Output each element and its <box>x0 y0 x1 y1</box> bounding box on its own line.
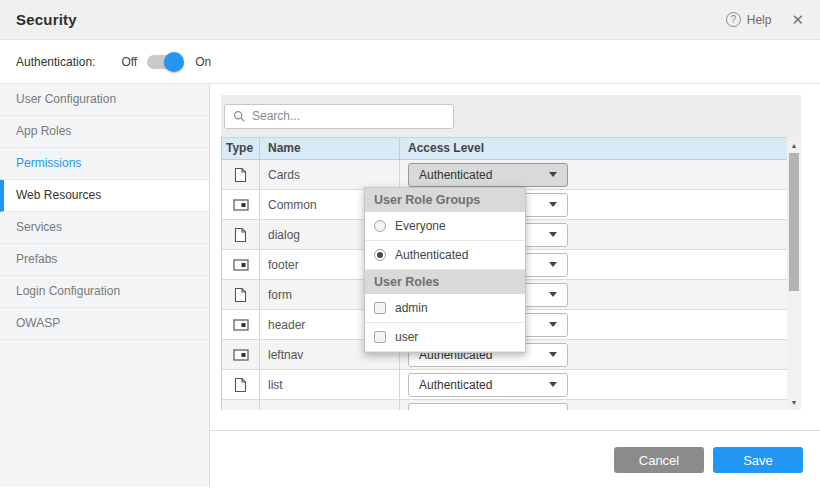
option-label: user <box>395 330 418 344</box>
option-label: admin <box>395 301 428 315</box>
chevron-down-icon <box>549 202 557 207</box>
page-title: Security <box>16 11 77 28</box>
sidebar-item-web-resources[interactable]: Web Resources <box>0 180 209 212</box>
vertical-scrollbar[interactable]: ▲ ▼ <box>787 137 801 410</box>
chevron-down-icon <box>549 322 557 327</box>
close-icon[interactable]: ✕ <box>791 12 804 27</box>
column-header-name: Name <box>260 138 400 159</box>
resource-name <box>260 400 400 410</box>
user-role-groups-header: User Role Groups <box>365 188 525 212</box>
column-header-access-level: Access Level <box>400 138 787 159</box>
partial-page-icon <box>233 319 249 331</box>
access-level-select[interactable] <box>408 403 568 411</box>
sidebar: User Configuration App Roles Permissions… <box>0 84 210 487</box>
cancel-button[interactable]: Cancel <box>614 447 704 473</box>
table-row: Cards Authenticated <box>222 160 787 190</box>
access-level-select[interactable]: Authenticated <box>408 163 568 187</box>
magnifier-icon <box>233 110 246 123</box>
chevron-down-icon <box>549 262 557 267</box>
checkbox-icon <box>374 331 386 343</box>
sidebar-item-services[interactable]: Services <box>0 212 209 244</box>
sidebar-item-login-configuration[interactable]: Login Configuration <box>0 276 209 308</box>
page-icon <box>234 227 247 243</box>
sidebar-item-label: App Roles <box>16 124 71 138</box>
chevron-down-icon <box>549 172 557 177</box>
option-label: Everyone <box>395 219 446 233</box>
search-toolbar <box>221 95 801 137</box>
sidebar-item-app-roles[interactable]: App Roles <box>0 116 209 148</box>
role-options: admin user <box>365 294 525 352</box>
scroll-down-button[interactable]: ▼ <box>787 395 801 409</box>
toggle-off-label: Off <box>121 55 137 69</box>
access-level-value: Authenticated <box>419 168 492 182</box>
authentication-bar: Authentication: Off On <box>0 40 820 84</box>
partial-page-icon <box>233 349 249 361</box>
access-level-dropdown-popup: User Role Groups Everyone Authenticated … <box>364 187 526 353</box>
sidebar-item-label: Web Resources <box>16 188 101 202</box>
chevron-down-icon <box>549 352 557 357</box>
footer-buttons: Cancel Save <box>614 447 803 473</box>
footer-divider <box>210 430 820 431</box>
access-level-select[interactable]: Authenticated <box>408 373 568 397</box>
sidebar-item-label: User Configuration <box>16 92 116 106</box>
sidebar-item-label: Prefabs <box>16 252 57 266</box>
save-button[interactable]: Save <box>713 447 803 473</box>
help-label: Help <box>747 13 772 27</box>
resource-name: list <box>260 370 400 399</box>
radio-icon <box>374 249 386 261</box>
chevron-down-icon <box>549 232 557 237</box>
partial-page-icon <box>233 199 249 211</box>
page-icon <box>234 167 247 183</box>
option-label: Authenticated <box>395 248 468 262</box>
user-role-option[interactable]: admin <box>365 294 525 323</box>
page-body: User Configuration App Roles Permissions… <box>0 84 820 487</box>
content-panel: Type Name Access Level Cards Authenticat… <box>221 95 801 410</box>
role-group-option[interactable]: Authenticated <box>365 241 525 270</box>
access-level-value: Authenticated <box>419 378 492 392</box>
question-circle-icon: ? <box>726 12 741 27</box>
title-bar: Security ? Help ✕ <box>0 0 820 40</box>
help-button[interactable]: ? Help <box>726 12 772 27</box>
resource-name: Cards <box>260 160 400 189</box>
search-input[interactable] <box>252 109 445 123</box>
table-row: list Authenticated <box>222 370 787 400</box>
user-role-option[interactable]: user <box>365 323 525 352</box>
page-icon <box>234 377 247 393</box>
toggle-on-label: On <box>195 55 211 69</box>
role-group-option[interactable]: Everyone <box>365 212 525 241</box>
partial-page-icon <box>233 259 249 271</box>
sidebar-item-label: Login Configuration <box>16 284 120 298</box>
sidebar-item-user-configuration[interactable]: User Configuration <box>0 84 209 116</box>
scrollbar-thumb[interactable] <box>789 153 799 291</box>
toggle-knob <box>164 52 184 72</box>
scroll-up-button[interactable]: ▲ <box>787 138 801 152</box>
group-options: Everyone Authenticated <box>365 212 525 270</box>
sidebar-item-owasp[interactable]: OWASP <box>0 308 209 340</box>
column-header-type: Type <box>222 138 260 159</box>
sidebar-item-label: OWASP <box>16 316 60 330</box>
sidebar-item-label: Services <box>16 220 62 234</box>
checkbox-icon <box>374 302 386 314</box>
sidebar-item-prefabs[interactable]: Prefabs <box>0 244 209 276</box>
main-content: Type Name Access Level Cards Authenticat… <box>210 84 820 487</box>
chevron-down-icon <box>549 292 557 297</box>
user-roles-header: User Roles <box>365 270 525 294</box>
sidebar-item-permissions[interactable]: Permissions <box>0 148 209 180</box>
page-icon <box>234 287 247 303</box>
authentication-toggle[interactable] <box>147 55 181 69</box>
authentication-label: Authentication: <box>16 55 95 69</box>
search-box[interactable] <box>224 104 454 129</box>
radio-icon <box>374 220 386 232</box>
table-header-row: Type Name Access Level <box>222 137 787 160</box>
table-row <box>222 400 787 410</box>
sidebar-item-label: Permissions <box>16 156 81 170</box>
chevron-down-icon <box>549 382 557 387</box>
